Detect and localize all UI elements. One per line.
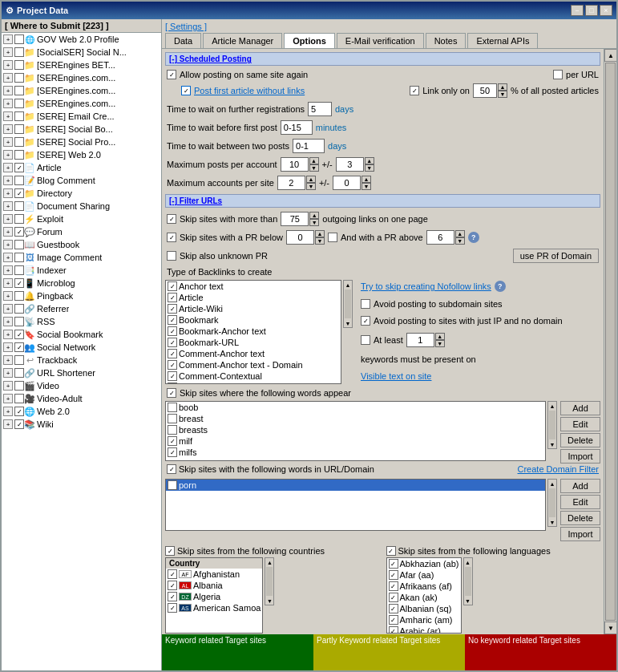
- expand-icon[interactable]: +: [3, 73, 13, 83]
- expand-icon[interactable]: +: [3, 394, 13, 403]
- expand-icon[interactable]: +: [3, 265, 13, 275]
- and-pr-above-down[interactable]: ▼: [455, 237, 465, 245]
- word-item-boob[interactable]: boob: [166, 402, 545, 413]
- lang-item-abkhazian[interactable]: Abkhazian (ab): [387, 558, 461, 569]
- expand-icon[interactable]: +: [3, 201, 13, 211]
- checkbox-referrer[interactable]: [14, 304, 24, 314]
- checkbox-sere-social-bo[interactable]: [14, 124, 24, 134]
- checkbox-document-sharing[interactable]: [14, 201, 24, 211]
- backlink-item-comment-anchor[interactable]: Comment-Anchor text: [166, 348, 341, 359]
- cb-bookmark[interactable]: [168, 315, 177, 325]
- backlink-item-comment-contextual[interactable]: Comment-Contextual: [166, 370, 341, 382]
- language-scroll-down[interactable]: ▼: [464, 597, 472, 605]
- backlink-item-comment-anchor-domain[interactable]: Comment-Anchor text - Domain: [166, 359, 341, 370]
- cb-milfs[interactable]: [168, 447, 177, 457]
- checkbox-image-comment[interactable]: [14, 253, 24, 262]
- expand-icon[interactable]: +: [3, 47, 13, 57]
- cb-albanian[interactable]: [389, 604, 398, 613]
- expand-icon[interactable]: +: [3, 150, 13, 160]
- pr-help-icon[interactable]: ?: [468, 232, 479, 243]
- checkbox-exploit[interactable]: [14, 214, 24, 224]
- sidebar-item-referrer[interactable]: + 🔗 Referrer: [2, 302, 161, 315]
- minimize-button[interactable]: −: [571, 5, 584, 16]
- at-least-down[interactable]: ▼: [435, 340, 445, 347]
- skip-languages-checkbox[interactable]: [386, 546, 396, 556]
- expand-icon[interactable]: +: [3, 240, 13, 249]
- country-item-afghanistan[interactable]: AF Afghanistan: [166, 569, 262, 580]
- sidebar-item-serengines3[interactable]: + 📁 [SEREngines.com...: [2, 84, 161, 97]
- tab-data[interactable]: Data: [165, 33, 201, 48]
- cb-algeria[interactable]: [168, 592, 177, 601]
- checkbox-video-adult[interactable]: [14, 394, 24, 403]
- sidebar-item-directory[interactable]: + 📁 Directory: [2, 187, 161, 200]
- sidebar-item-socialser[interactable]: + 📁 [SocialSER] Social N...: [2, 46, 161, 59]
- wait-first-input[interactable]: [281, 120, 313, 135]
- and-pr-above-up[interactable]: ▲: [455, 230, 465, 237]
- expand-icon[interactable]: +: [3, 342, 13, 352]
- checkbox-social-network[interactable]: [14, 342, 24, 352]
- cb-abkhazian[interactable]: [389, 559, 398, 569]
- skip-more-than-spinner[interactable]: ▲ ▼: [281, 212, 319, 226]
- expand-icon[interactable]: +: [3, 278, 13, 288]
- sidebar-item-serengines1[interactable]: + 📁 [SEREngines BET...: [2, 59, 161, 71]
- skip-pr-below-checkbox[interactable]: [167, 233, 176, 242]
- lang-item-afar[interactable]: Afar (aa): [387, 569, 461, 581]
- expand-icon[interactable]: +: [3, 214, 13, 224]
- backlink-item-bookmark[interactable]: Bookmark: [166, 314, 341, 326]
- max-posts-pm-input[interactable]: [336, 157, 364, 172]
- checkbox-microblog[interactable]: [14, 278, 24, 288]
- backlink-item-comment-contextual-anchor[interactable]: Comment-Contextual/Anchor text: [166, 382, 341, 384]
- tab-notes[interactable]: Notes: [426, 33, 467, 48]
- skip-more-than-checkbox[interactable]: [167, 214, 176, 224]
- backlink-item-article-wiki[interactable]: Article-Wiki: [166, 303, 341, 314]
- checkbox-web20[interactable]: [14, 407, 24, 416]
- country-scroll-up[interactable]: ▲: [265, 558, 273, 566]
- checkbox-article[interactable]: [14, 163, 24, 172]
- max-accounts-pm-input[interactable]: [333, 176, 361, 190]
- expand-icon[interactable]: +: [3, 419, 13, 429]
- at-least-spinner[interactable]: ▲ ▼: [406, 333, 445, 347]
- backlinks-scroll-up[interactable]: ▲: [344, 281, 352, 289]
- checkbox-sere-email[interactable]: [14, 111, 24, 121]
- sidebar-item-trackback[interactable]: + ↩ Trackback: [2, 354, 161, 366]
- checkbox-pingback[interactable]: [14, 291, 24, 301]
- at-least-input[interactable]: [406, 333, 434, 347]
- sidebar-item-exploit[interactable]: + ⚡ Exploit: [2, 213, 161, 225]
- nofollow-help-icon[interactable]: ?: [495, 281, 506, 292]
- cb-porn[interactable]: [168, 480, 177, 490]
- lang-item-arabic[interactable]: Arabic (ar): [387, 625, 461, 634]
- skip-countries-checkbox[interactable]: [165, 546, 175, 556]
- cb-bookmark-anchor[interactable]: [168, 326, 177, 336]
- link-only-input[interactable]: [473, 83, 497, 98]
- backlink-item-article[interactable]: Article: [166, 292, 341, 303]
- skip-more-than-down[interactable]: ▼: [309, 219, 319, 226]
- cb-amharic[interactable]: [389, 615, 398, 625]
- wait-between-input[interactable]: [293, 139, 325, 153]
- checkbox-serengines4[interactable]: [14, 99, 24, 108]
- at-least-up[interactable]: ▲: [435, 333, 445, 340]
- checkbox-rss[interactable]: [14, 317, 24, 326]
- link-only-spinner[interactable]: ▲ ▼: [473, 83, 507, 98]
- checkbox-social-bookmark[interactable]: [14, 330, 24, 339]
- sidebar-item-serengines2[interactable]: + 📁 [SEREngines.com...: [2, 71, 161, 84]
- sidebar-item-url-shortener[interactable]: + 🔗 URL Shortener: [2, 366, 161, 379]
- per-url-checkbox[interactable]: [553, 70, 563, 79]
- domain-edit-button[interactable]: Edit: [560, 495, 600, 509]
- language-scroll-up[interactable]: ▲: [464, 558, 472, 566]
- word-filter-checkbox[interactable]: [167, 388, 176, 398]
- create-domain-filter-link[interactable]: Create Domain Filter: [518, 464, 599, 474]
- lang-item-afrikaans[interactable]: Afrikaans (af): [387, 581, 461, 592]
- cb-comment-contextual-anchor[interactable]: [168, 383, 177, 384]
- cb-american-samoa[interactable]: [168, 603, 177, 613]
- avoid-subdomain-checkbox[interactable]: [361, 299, 370, 309]
- checkbox-serengines3[interactable]: [14, 86, 24, 95]
- checkbox-wiki[interactable]: [14, 419, 24, 429]
- tab-email-verification[interactable]: E-Mail verification: [337, 33, 424, 48]
- allow-posting-checkbox[interactable]: [167, 70, 176, 79]
- sidebar-item-image-comment[interactable]: + 🖼 Image Comment: [2, 251, 161, 264]
- max-posts-down[interactable]: ▼: [309, 164, 319, 172]
- skip-pr-below-spinner[interactable]: ▲ ▼: [286, 230, 325, 245]
- country-item-albania[interactable]: AL Albania: [166, 580, 262, 591]
- max-posts-up[interactable]: ▲: [309, 157, 319, 164]
- sidebar-item-forum[interactable]: + 💬 Forum: [2, 225, 161, 238]
